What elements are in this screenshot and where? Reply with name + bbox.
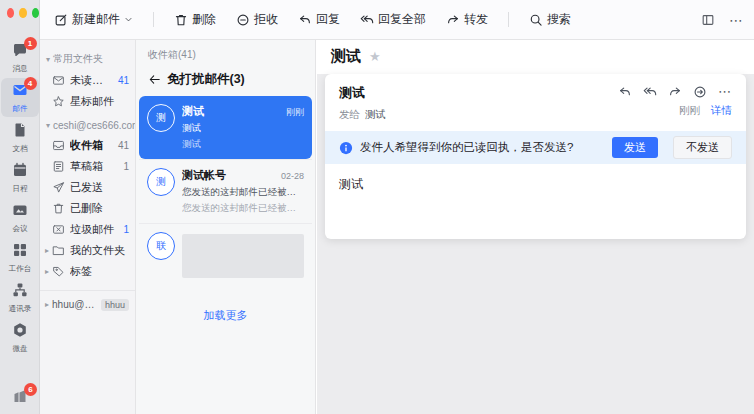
reply-all-icon[interactable] [643,85,657,99]
reply-button[interactable]: 回复 [298,11,340,28]
trash-icon [174,13,188,27]
folder-drafts[interactable]: 草稿箱 1 [40,156,135,177]
mail-time: 刚刚 [286,106,304,119]
disclosure-down-icon: ▾ [46,55,50,64]
folder-deleted[interactable]: 已删除 [40,198,135,219]
minimize-window-button[interactable] [19,8,26,18]
avatar: 联 [147,232,175,260]
rail-item-messages[interactable]: 1 消息 [1,38,39,77]
back-row[interactable]: 免打扰邮件(3) [136,65,315,96]
account-label: ceshi@ces666.com [53,120,136,131]
close-window-button[interactable] [7,8,14,18]
document-icon [12,122,28,138]
info-icon [339,141,353,155]
reply-all-label: 回复全部 [378,11,426,28]
more-icon[interactable]: ⋯ [718,84,732,99]
message-title: 测试 [331,47,361,66]
folder-unread[interactable]: 未读邮件 41 [40,70,135,91]
search-button[interactable]: 搜索 [529,11,571,28]
zoom-window-button[interactable] [32,8,39,18]
folder-junk[interactable]: 垃圾邮件 1 [40,219,135,240]
mail-item[interactable]: 测 测试帐号 02-28 您发送的这封邮件已经被打开。 您发送的这封邮件已经被打… [139,159,312,223]
drafts-count: 1 [123,161,129,172]
star-icon[interactable]: ★ [369,49,381,64]
common-folders-label: 常用文件夹 [53,52,103,66]
meeting-icon [12,202,28,218]
folder-tags[interactable]: ▸ 标签 [40,261,135,282]
layout-icon[interactable] [701,13,715,27]
forward-icon [446,13,460,27]
account-2-row[interactable]: ▸ hhuu@ces666... hhuu [40,290,135,311]
compose-button[interactable]: 新建邮件 [54,11,133,28]
reject-label: 拒收 [254,11,278,28]
folder-sent[interactable]: 已发送 [40,177,135,198]
forward-button[interactable]: 转发 [446,11,488,28]
toolbar-separator [508,12,509,27]
rail-item-bottom-app[interactable]: 6 [0,388,40,408]
folder-label: 草稿箱 [70,159,119,174]
detail-link[interactable]: 详情 [711,104,732,116]
reply-all-button[interactable]: 回复全部 [360,11,426,28]
unread-count: 41 [118,75,129,86]
send-icon [52,181,65,194]
mail-subject: 测试 [182,122,304,135]
folder-label: 星标邮件 [70,94,129,109]
rail-item-workbench[interactable]: 工作台 [1,238,39,277]
reply-icon [298,13,312,27]
tag-icon [52,265,65,278]
message-card: 测试 发给测试 ⋯ 刚刚 详情 发件 [325,74,746,239]
forward-label: 转发 [464,11,488,28]
unread-mail-icon [52,74,65,87]
reading-pane: 测试 ★ 测试 发给测试 ⋯ 刚刚 详情 [317,40,754,414]
rail-item-docs[interactable]: 文档 [1,118,39,157]
rail-item-drive[interactable]: 微盘 [1,318,39,357]
main-toolbar: 新建邮件 删除 拒收 回复 回复全部 转发 搜索 ⋯ [40,0,754,40]
forward-icon[interactable] [668,85,682,99]
window-controls [0,0,39,18]
mail-list-panel: 收件箱(41) 免打扰邮件(3) 测 测试 刚刚 测试 测试 测 测试帐号 02… [136,40,316,414]
mail-preview: 测试 [182,138,304,151]
folder-inbox[interactable]: 收件箱 41 [40,135,135,156]
folder-my-folders[interactable]: ▸ 我的文件夹 [40,240,135,261]
mail-preview: 您发送的这封邮件已经被打开。 [182,202,304,215]
more-icon[interactable]: ⋯ [729,12,744,28]
rail-label: 邮件 [1,103,37,113]
rail-item-contacts[interactable]: 通讯录 [1,278,39,317]
inbox-icon [52,139,65,152]
reply-icon[interactable] [618,85,632,99]
load-more-link[interactable]: 加载更多 [136,308,315,323]
sender-name: 测试 [339,84,618,102]
rail-label: 微盘 [1,343,37,353]
inbox-count: 41 [118,140,129,151]
account-header[interactable]: ▾ ceshi@ces666.com [40,116,135,135]
rail-item-calendar[interactable]: 日程 [1,158,39,197]
folder-starred[interactable]: 星标邮件 [40,91,135,112]
send-receipt-button[interactable]: 发送 [612,137,658,158]
rail-label: 工作台 [1,263,37,273]
rail-label: 日程 [1,183,37,193]
back-arrow-icon [148,73,161,86]
common-folders-header[interactable]: ▾ 常用文件夹 [40,48,135,70]
message-time: 刚刚 [679,104,700,116]
avatar: 测 [147,168,175,196]
folder-label: 标签 [70,264,129,279]
folder-icon [52,244,65,257]
delete-label: 删除 [192,11,216,28]
message-body: 测试 [325,164,746,239]
compose-label: 新建邮件 [72,11,120,28]
delete-button[interactable]: 删除 [174,11,216,28]
read-receipt-notice: 发件人希望得到你的已读回执，是否发送? 发送 不发送 [325,131,746,164]
folder-label: 收件箱 [70,138,114,153]
mail-item[interactable]: 测 测试 刚刚 测试 测试 [139,96,312,159]
mail-list-header: 收件箱(41) [136,40,315,65]
minus-circle-icon [236,13,250,27]
folder-panel: ▾ 常用文件夹 未读邮件 41 星标邮件 ▾ ceshi@ces666.com … [40,40,136,414]
mail-item[interactable]: 联 [139,223,312,286]
rail-item-meeting[interactable]: 会议 [1,198,39,237]
reject-button[interactable]: 拒收 [236,11,278,28]
folder-label: 已删除 [70,201,129,216]
rail-item-mail[interactable]: 4 邮件 [1,78,39,117]
mail-title: 测试帐号 [182,168,275,183]
resend-circle-icon[interactable] [693,85,707,99]
dont-send-receipt-button[interactable]: 不发送 [673,136,732,159]
